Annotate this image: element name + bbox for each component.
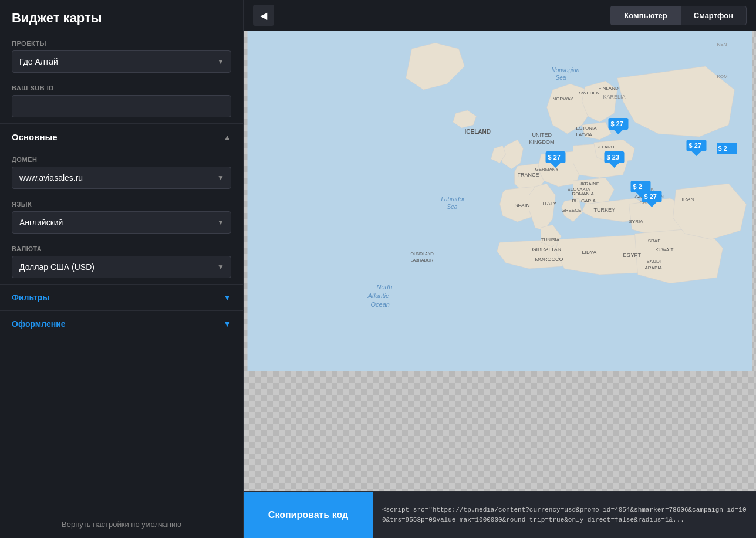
svg-text:Sea: Sea <box>447 204 458 210</box>
svg-text:ESTONIA: ESTONIA <box>576 126 598 131</box>
reset-link[interactable]: Вернуть настройки по умолчанию <box>62 520 181 529</box>
sub-id-label: ВАШ SUB ID <box>0 79 243 95</box>
svg-text:ICELAND: ICELAND <box>465 128 491 135</box>
svg-text:MOROCCO: MOROCCO <box>535 256 563 262</box>
mobile-tab[interactable]: Смартфон <box>680 6 747 25</box>
svg-text:KOM: KOM <box>717 74 728 79</box>
filters-label: Фильтры <box>12 293 49 302</box>
projects-label: ПРОЕКТЫ <box>0 34 243 50</box>
projects-select[interactable]: Где Алтай <box>12 50 231 73</box>
code-snippet: <script src="https://tp.media/content?cu… <box>373 492 756 538</box>
map-svg: ICELAND UNITED KINGDOM SPAIN FRANCE ITAL… <box>244 31 756 371</box>
map-wrapper: ICELAND UNITED KINGDOM SPAIN FRANCE ITAL… <box>244 31 756 491</box>
svg-text:UNITED: UNITED <box>532 132 552 138</box>
svg-text:NORWAY: NORWAY <box>553 96 574 101</box>
code-area: Скопировать код <script src="https://tp.… <box>244 491 756 538</box>
design-section[interactable]: Оформление ▼ <box>0 310 243 337</box>
svg-text:ITALY: ITALY <box>543 201 557 207</box>
currency-select-wrapper: Доллар США (USD)Евро (EUR)Рубль (RUB) ▼ <box>12 256 231 278</box>
sidebar-footer: Вернуть настройки по умолчанию <box>0 510 243 538</box>
svg-text:FINLAND: FINLAND <box>599 86 619 91</box>
language-select-wrapper: АнглийскийРусский ▼ <box>12 211 231 234</box>
svg-text:SAUDI: SAUDI <box>647 259 661 264</box>
collapse-icon: ◀ <box>260 10 267 21</box>
svg-text:$ 27: $ 27 <box>689 142 701 149</box>
desktop-tab[interactable]: Компьютер <box>610 6 680 25</box>
svg-text:NEN: NEN <box>717 42 727 47</box>
device-tabs: Компьютер Смартфон <box>610 6 747 25</box>
language-select[interactable]: АнглийскийРусский <box>12 211 231 234</box>
basic-section-collapse-icon: ▲ <box>223 133 231 142</box>
svg-text:Sea: Sea <box>556 75 566 81</box>
svg-text:GREECE: GREECE <box>562 208 582 213</box>
design-chevron-icon: ▼ <box>223 319 231 329</box>
svg-text:Norwegian: Norwegian <box>552 67 580 73</box>
domain-label: ДОМЕН <box>0 150 243 167</box>
main-layout: Виджет карты ПРОЕКТЫ Где Алтай ▼ ВАШ SUB… <box>0 0 756 538</box>
sub-id-input[interactable] <box>12 95 231 117</box>
svg-text:North: North <box>377 283 393 290</box>
svg-text:UKRAINE: UKRAINE <box>579 181 600 187</box>
svg-text:KUWAIT: KUWAIT <box>656 247 674 252</box>
svg-text:SWEDEN: SWEDEN <box>579 90 600 96</box>
svg-text:KINGDOM: KINGDOM <box>529 139 555 145</box>
page-title: Виджет карты <box>0 0 243 34</box>
domain-select-wrapper: www.aviasales.ru ▼ <box>12 167 231 189</box>
sidebar: Виджет карты ПРОЕКТЫ Где Алтай ▼ ВАШ SUB… <box>0 0 244 538</box>
copy-code-button[interactable]: Скопировать код <box>244 492 373 538</box>
filters-chevron-icon: ▼ <box>223 293 231 302</box>
svg-text:$ 27: $ 27 <box>611 120 623 127</box>
svg-text:TUNISIA: TUNISIA <box>541 237 560 242</box>
language-label: ЯЗЫК <box>0 195 243 211</box>
preview-toolbar: ◀ Компьютер Смартфон <box>244 0 756 31</box>
svg-text:EGYPT: EGYPT <box>623 252 642 258</box>
svg-text:Ocean: Ocean <box>371 301 390 308</box>
currency-select[interactable]: Доллар США (USD)Евро (EUR)Рубль (RUB) <box>12 256 231 278</box>
content-area: ◀ Компьютер Смартфон <box>244 0 756 538</box>
svg-text:GIBRALTAR: GIBRALTAR <box>532 246 562 252</box>
svg-text:SYRIA: SYRIA <box>629 219 644 224</box>
projects-select-wrapper: Где Алтай ▼ <box>12 50 231 73</box>
svg-text:FRANCE: FRANCE <box>518 172 539 178</box>
svg-text:LABRADOR: LABRADOR <box>411 258 434 262</box>
domain-select[interactable]: www.aviasales.ru <box>12 167 231 189</box>
svg-text:OUNDLAND: OUNDLAND <box>411 252 434 256</box>
svg-text:LIBYA: LIBYA <box>582 249 597 255</box>
svg-text:TURKEY: TURKEY <box>594 207 616 213</box>
svg-text:BELARU: BELARU <box>596 144 615 150</box>
svg-text:LATVIA: LATVIA <box>576 132 593 137</box>
collapse-button[interactable]: ◀ <box>253 5 274 26</box>
svg-text:ROMANIA: ROMANIA <box>572 191 595 197</box>
svg-text:$ 2: $ 2 <box>633 183 642 190</box>
currency-label: ВАЛЮТА <box>0 239 243 256</box>
filters-section[interactable]: Фильтры ▼ <box>0 284 243 310</box>
svg-text:KARELIA: KARELIA <box>603 94 626 100</box>
svg-text:$ 27: $ 27 <box>644 193 657 200</box>
svg-text:$ 27: $ 27 <box>548 154 561 161</box>
svg-text:SPAIN: SPAIN <box>515 202 530 208</box>
basic-section-header[interactable]: Основные ▲ <box>0 123 243 150</box>
svg-text:Labrador: Labrador <box>441 196 465 202</box>
svg-text:IRAN: IRAN <box>682 197 695 202</box>
svg-text:$ 23: $ 23 <box>607 154 619 161</box>
svg-text:BULGARIA: BULGARIA <box>572 198 596 204</box>
svg-text:ISRAEL: ISRAEL <box>647 238 664 243</box>
svg-text:Atlantic: Atlantic <box>367 292 390 299</box>
svg-text:ARABIA: ARABIA <box>645 265 663 270</box>
basic-section-title: Основные <box>12 132 58 142</box>
svg-text:$ 2: $ 2 <box>718 145 727 152</box>
design-label: Оформление <box>12 319 66 329</box>
map-inner: ICELAND UNITED KINGDOM SPAIN FRANCE ITAL… <box>244 31 756 371</box>
